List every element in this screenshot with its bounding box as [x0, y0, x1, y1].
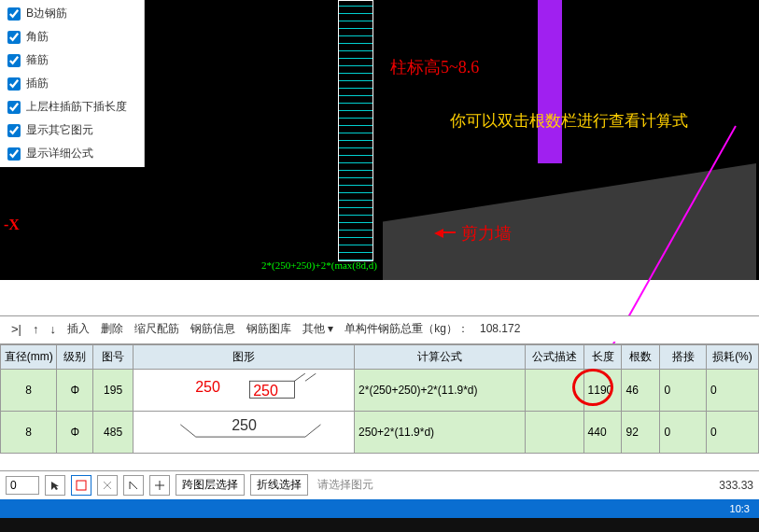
check-label: 显示详细公式	[26, 146, 93, 161]
tool-pointer-icon[interactable]	[45, 475, 65, 496]
checkbox[interactable]	[7, 54, 21, 67]
wall-arrow-icon	[429, 227, 456, 236]
cell-fig[interactable]: 195	[93, 370, 134, 412]
btn-delete[interactable]: 删除	[101, 321, 123, 337]
cell-count[interactable]: 92	[622, 412, 660, 454]
cell-loss[interactable]: 0	[706, 412, 758, 454]
cell-shape[interactable]: 250	[134, 412, 355, 454]
pillar	[538, 0, 562, 163]
shape-dim: 250	[253, 383, 278, 399]
check-show-detail-formula[interactable]: 显示详细公式	[0, 142, 144, 165]
hint-annotation: 你可以双击根数栏进行查看计算式	[450, 110, 739, 133]
status-bar: 0 跨图层选择 折线选择 请选择图元 333.33	[0, 470, 759, 498]
col-lap[interactable]: 搭接	[660, 345, 707, 370]
checkbox[interactable]	[7, 7, 21, 21]
svg-line-3	[295, 373, 306, 381]
btn-rebar-library[interactable]: 钢筋图库	[246, 321, 291, 337]
pillar-annotation: 柱标高5~8.6	[390, 56, 479, 78]
shape-dim: 250	[232, 417, 257, 434]
checkbox[interactable]	[7, 124, 21, 137]
col-shape[interactable]: 图形	[134, 345, 355, 370]
col-diameter[interactable]: 直径(mm)	[1, 345, 57, 370]
col-desc[interactable]: 公式描述	[526, 345, 583, 370]
axis-x-label: -X	[4, 217, 20, 233]
table-row[interactable]: 8 Φ 485 250 250+2*(11.9*d) 440 92 0 0	[1, 412, 759, 454]
cell-loss[interactable]: 0	[706, 370, 758, 412]
btn-other-dropdown[interactable]: 其他 ▾	[302, 321, 333, 337]
cell-diameter[interactable]: 8	[1, 370, 57, 412]
status-coord: 333.33	[719, 479, 753, 492]
cell-lap[interactable]: 0	[660, 370, 707, 412]
tool-rect-icon[interactable]	[71, 475, 91, 496]
checkbox[interactable]	[7, 77, 21, 91]
rebar-toolbar: >| ↑ ↓ 插入 删除 缩尺配筋 钢筋信息 钢筋图库 其他 ▾ 单构件钢筋总重…	[0, 315, 759, 342]
btn-goto-end[interactable]: >|	[11, 322, 21, 336]
checkbox[interactable]	[7, 147, 21, 161]
check-show-other[interactable]: 显示其它图元	[0, 119, 144, 142]
cell-calc[interactable]: 2*(250+250)+2*(11.9*d)	[355, 370, 526, 412]
title-bar: 10:3	[0, 499, 759, 518]
col-count[interactable]: 根数	[622, 345, 660, 370]
col-length[interactable]: 长度	[583, 345, 622, 370]
btn-rebar-info[interactable]: 钢筋信息	[190, 321, 235, 337]
rebar-table: 直径(mm) 级别 图号 图形 计算公式 公式描述 长度 根数 搭接 损耗(%)…	[0, 343, 759, 454]
status-value[interactable]: 0	[6, 476, 39, 495]
total-weight-value: 108.172	[480, 322, 520, 335]
btn-polyline-select[interactable]: 折线选择	[250, 474, 308, 496]
check-upper-dowel-length[interactable]: 上层柱插筋下插长度	[0, 95, 144, 119]
status-hint: 请选择图元	[314, 477, 713, 493]
cell-diameter[interactable]: 8	[1, 412, 57, 454]
col-grade[interactable]: 级别	[57, 345, 93, 370]
cell-shape[interactable]: 250 250	[134, 370, 355, 412]
cell-desc[interactable]	[526, 412, 583, 454]
cell-length[interactable]: 440	[583, 412, 622, 454]
shape-dim: 250	[195, 379, 220, 396]
cell-fig[interactable]: 485	[93, 412, 134, 454]
table-row[interactable]: 8 Φ 195 250 250 2*(250+250)+2*(11.9*d) 1…	[1, 370, 759, 412]
check-dowel[interactable]: 插筋	[0, 72, 144, 95]
checkbox[interactable]	[7, 101, 21, 114]
tool-move-icon[interactable]	[149, 475, 170, 496]
taskbar	[0, 518, 759, 532]
svg-rect-5	[77, 481, 86, 490]
rebar-cage	[338, 0, 373, 261]
check-label: 显示其它图元	[26, 122, 93, 138]
wall-annotation: 剪力墙	[461, 222, 512, 245]
cell-grade[interactable]: Φ	[57, 370, 93, 412]
tool-x-icon[interactable]	[97, 475, 118, 496]
tool-angle-icon[interactable]	[123, 475, 144, 496]
floor-slab	[383, 163, 756, 280]
check-b-edge-rebar[interactable]: B边钢筋	[0, 2, 144, 25]
checkbox[interactable]	[7, 31, 21, 44]
btn-up[interactable]: ↑	[33, 322, 39, 336]
col-fig-no[interactable]: 图号	[93, 345, 134, 370]
btn-down[interactable]: ↓	[49, 322, 56, 336]
check-label: 上层柱插筋下插长度	[26, 99, 127, 115]
layer-panel: B边钢筋 角筋 箍筋 插筋 上层柱插筋下插长度 显示其它图元 显示详细公式	[0, 0, 145, 167]
cell-desc[interactable]	[526, 370, 583, 412]
cell-calc[interactable]: 250+2*(11.9*d)	[355, 412, 526, 454]
check-label: 角筋	[26, 29, 49, 45]
cell-lap[interactable]: 0	[660, 412, 707, 454]
clock: 10:3	[730, 503, 750, 514]
cell-grade[interactable]: Φ	[57, 412, 93, 454]
col-loss[interactable]: 损耗(%)	[706, 345, 758, 370]
check-label: B边钢筋	[26, 6, 67, 21]
col-formula[interactable]: 计算公式	[355, 345, 526, 370]
btn-insert[interactable]: 插入	[67, 321, 90, 337]
cell-length[interactable]: 1190	[583, 370, 622, 412]
check-corner-rebar[interactable]: 角筋	[0, 25, 144, 49]
cell-count[interactable]: 46	[622, 370, 660, 412]
btn-scale-rebar[interactable]: 缩尺配筋	[134, 321, 179, 337]
check-stirrup[interactable]: 箍筋	[0, 49, 144, 72]
btn-cross-layer-select[interactable]: 跨图层选择	[176, 474, 245, 496]
formula-overlay: 2*(250+250)+2*(max(8d,d)	[261, 259, 377, 271]
svg-line-4	[305, 373, 316, 381]
total-weight-label: 单构件钢筋总重（kg）：	[344, 321, 469, 337]
check-label: 箍筋	[26, 52, 49, 68]
check-label: 插筋	[26, 76, 49, 91]
